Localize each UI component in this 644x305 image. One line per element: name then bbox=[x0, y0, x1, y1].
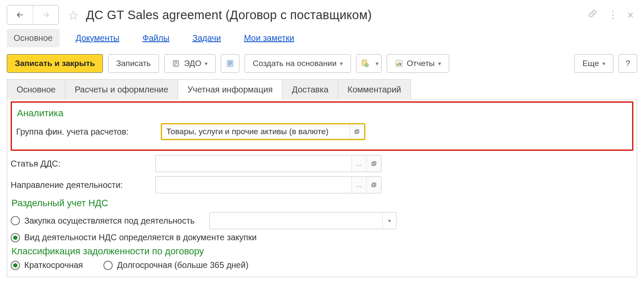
edo-icon bbox=[172, 59, 181, 68]
analytics-title: Аналитика bbox=[17, 108, 628, 119]
ellipsis-icon[interactable]: … bbox=[352, 177, 366, 193]
chevron-down-icon: ▾ bbox=[376, 60, 379, 67]
chevron-down-icon: ▾ bbox=[340, 60, 343, 67]
tab-comment[interactable]: Комментарий bbox=[338, 79, 411, 100]
direction-label: Направление деятельности: bbox=[11, 180, 151, 190]
top-right-icons: ⋮ × bbox=[587, 9, 634, 22]
svg-rect-11 bbox=[373, 161, 376, 164]
section-tab-notes[interactable]: Мои заметки bbox=[237, 29, 301, 47]
tab-panel-accounting-info: Аналитика Группа фин. учета расчетов: То… bbox=[7, 100, 637, 277]
vat-option-2-row: Вид деятельности НДС определяется в доку… bbox=[11, 233, 633, 242]
open-icon[interactable] bbox=[350, 124, 364, 139]
vat-option-1-label: Закупка осуществляется под деятельность bbox=[24, 216, 195, 226]
section-tab-tasks[interactable]: Задачи bbox=[185, 29, 228, 47]
debt-short-label: Краткосрочная bbox=[24, 260, 83, 270]
toolbar: Записать и закрыть Записать ЭДО ▾ Создат… bbox=[7, 54, 637, 73]
fin-group-row: Группа фин. учета расчетов: Товары, услу… bbox=[16, 123, 628, 140]
reports-icon bbox=[395, 59, 403, 68]
open-icon[interactable] bbox=[367, 155, 381, 172]
debt-long-radio[interactable] bbox=[103, 261, 113, 270]
nav-history bbox=[7, 5, 59, 25]
direction-row: Направление деятельности: … bbox=[11, 176, 633, 193]
save-and-close-button[interactable]: Записать и закрыть bbox=[7, 54, 103, 73]
ellipsis-icon[interactable]: … bbox=[352, 155, 366, 172]
section-tab-main[interactable]: Основное bbox=[7, 29, 60, 47]
dds-label: Статья ДДС: bbox=[11, 159, 151, 169]
back-button[interactable] bbox=[7, 6, 33, 24]
forward-button[interactable] bbox=[33, 6, 58, 24]
reports-label: Отчеты bbox=[407, 59, 435, 68]
vat-activity-select[interactable]: ▾ bbox=[209, 212, 396, 229]
debt-short-radio[interactable] bbox=[11, 261, 20, 270]
svg-rect-12 bbox=[372, 184, 375, 187]
create-based-on-label: Создать на основании bbox=[253, 59, 336, 68]
vat-option-1-radio[interactable] bbox=[11, 216, 20, 225]
fin-group-field[interactable]: Товары, услуги и прочие активы (в валюте… bbox=[161, 123, 365, 140]
more-label: Еще bbox=[582, 59, 599, 68]
debt-section-title: Классификация задолженности по договору bbox=[11, 246, 633, 257]
svg-rect-1 bbox=[228, 60, 233, 67]
chevron-down-icon: ▾ bbox=[438, 60, 441, 67]
svg-rect-5 bbox=[397, 63, 398, 66]
reports-button[interactable]: Отчеты ▾ bbox=[387, 54, 449, 73]
tabstrip: Основное Расчеты и оформление Учетная ин… bbox=[7, 79, 637, 100]
edo-button[interactable]: ЭДО ▾ bbox=[164, 54, 216, 73]
link-icon[interactable] bbox=[587, 9, 598, 21]
app-root: ☆ ДС GT Sales agreement (Договор с поста… bbox=[0, 0, 644, 305]
dds-input[interactable] bbox=[156, 155, 351, 172]
open-icon[interactable] bbox=[367, 177, 381, 193]
tab-settlements[interactable]: Расчеты и оформление bbox=[65, 79, 178, 100]
svg-rect-10 bbox=[372, 163, 375, 166]
dds-row: Статья ДДС: … bbox=[11, 155, 633, 172]
document-settings-button[interactable]: ▾ bbox=[356, 54, 382, 73]
svg-rect-9 bbox=[356, 129, 359, 132]
svg-rect-6 bbox=[399, 62, 400, 66]
edo-label: ЭДО bbox=[184, 59, 202, 68]
direction-input[interactable] bbox=[156, 177, 351, 193]
close-icon[interactable]: × bbox=[627, 9, 634, 22]
vat-section-title: Раздельный учет НДС bbox=[11, 198, 633, 209]
direction-field[interactable]: … bbox=[155, 176, 382, 193]
chevron-down-icon: ▾ bbox=[205, 60, 208, 67]
dds-field[interactable]: … bbox=[155, 155, 382, 172]
debt-long-label: Долгосрочная (больше 365 дней) bbox=[117, 260, 248, 270]
help-button[interactable]: ? bbox=[618, 54, 637, 73]
analytics-highlight: Аналитика Группа фин. учета расчетов: То… bbox=[11, 101, 633, 151]
vat-option-1-row: Закупка осуществляется под деятельность … bbox=[11, 212, 633, 229]
fin-group-label: Группа фин. учета расчетов: bbox=[16, 127, 157, 137]
list-icon-button[interactable] bbox=[221, 54, 239, 73]
kebab-menu-icon[interactable]: ⋮ bbox=[608, 9, 617, 21]
section-tab-files[interactable]: Файлы bbox=[136, 29, 177, 47]
page-title: ДС GT Sales agreement (Договор с поставщ… bbox=[86, 8, 584, 22]
chevron-down-icon: ▾ bbox=[602, 60, 605, 67]
svg-rect-8 bbox=[355, 131, 358, 134]
save-button[interactable]: Записать bbox=[108, 54, 159, 73]
favorite-star-icon[interactable]: ☆ bbox=[64, 6, 83, 24]
vat-option-2-radio[interactable] bbox=[11, 233, 20, 242]
section-tab-documents[interactable]: Документы bbox=[69, 29, 126, 47]
tab-main[interactable]: Основное bbox=[7, 79, 66, 100]
tab-accounting-info[interactable]: Учетная информация bbox=[178, 79, 283, 100]
debt-options-row: Краткосрочная Долгосрочная (больше 365 д… bbox=[11, 260, 633, 270]
more-button[interactable]: Еще ▾ bbox=[574, 54, 613, 73]
create-based-on-button[interactable]: Создать на основании ▾ bbox=[245, 54, 351, 73]
topbar: ☆ ДС GT Sales agreement (Договор с поста… bbox=[7, 5, 637, 25]
tab-delivery[interactable]: Доставка bbox=[282, 79, 338, 100]
vat-option-2-label: Вид деятельности НДС определяется в доку… bbox=[24, 233, 256, 242]
svg-rect-7 bbox=[400, 63, 402, 66]
section-nav: Основное Документы Файлы Задачи Мои заме… bbox=[7, 29, 637, 47]
chevron-down-icon[interactable]: ▾ bbox=[382, 213, 396, 229]
svg-rect-13 bbox=[373, 183, 376, 186]
fin-group-value: Товары, услуги и прочие активы (в валюте… bbox=[162, 124, 349, 139]
